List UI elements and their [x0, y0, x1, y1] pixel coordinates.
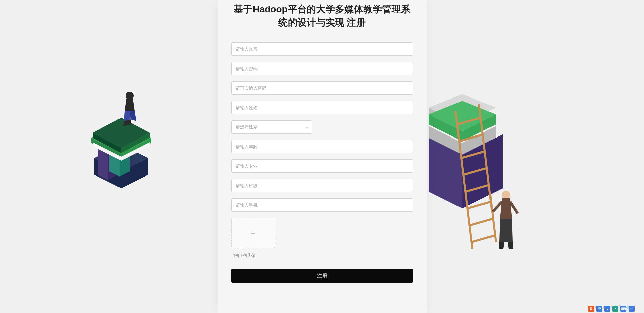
page-title: 基于Hadoop平台的大学多媒体教学管理系统的设计与实现 注册	[231, 0, 413, 29]
svg-marker-36	[500, 198, 512, 219]
svg-marker-37	[499, 219, 513, 242]
password-confirm-input[interactable]	[231, 81, 413, 95]
name-input[interactable]	[231, 101, 413, 114]
avatar-upload-box[interactable]: ＋	[231, 218, 275, 248]
ime-logo-icon[interactable]: S	[588, 306, 594, 312]
gender-select[interactable]: 请选择性别	[231, 120, 312, 134]
age-input[interactable]	[231, 140, 413, 153]
svg-line-38	[493, 202, 502, 212]
upload-label: 点击上传头像	[231, 253, 413, 259]
ime-keyboard-icon[interactable]: ⌨	[620, 306, 626, 312]
class-input[interactable]	[231, 179, 413, 192]
svg-point-35	[502, 191, 510, 199]
ime-toolbar: S 中 ， • ⌨ ⋯	[588, 306, 635, 312]
plus-icon: ＋	[249, 228, 257, 238]
register-form-container: 基于Hadoop平台的大学多媒体教学管理系统的设计与实现 注册 请选择性别	[218, 0, 427, 313]
books-right-illustration	[429, 94, 550, 262]
svg-marker-14	[125, 99, 135, 111]
svg-marker-41	[508, 242, 513, 249]
ime-lang-icon[interactable]: 中	[596, 306, 602, 312]
books-left-illustration	[81, 81, 162, 192]
account-input[interactable]	[231, 42, 413, 56]
svg-point-13	[126, 92, 134, 100]
register-button[interactable]: 注册	[231, 269, 413, 283]
svg-line-33	[470, 219, 493, 225]
ime-voice-icon[interactable]: •	[612, 306, 618, 312]
major-input[interactable]	[231, 159, 413, 173]
ime-settings-icon[interactable]: ⋯	[629, 306, 635, 312]
gender-placeholder: 请选择性别	[236, 124, 258, 130]
svg-marker-15	[124, 111, 131, 121]
svg-line-34	[472, 235, 495, 242]
phone-input[interactable]	[231, 198, 413, 212]
svg-marker-40	[499, 242, 504, 249]
password-input[interactable]	[231, 62, 413, 75]
ime-punct-icon[interactable]: ，	[604, 306, 610, 312]
